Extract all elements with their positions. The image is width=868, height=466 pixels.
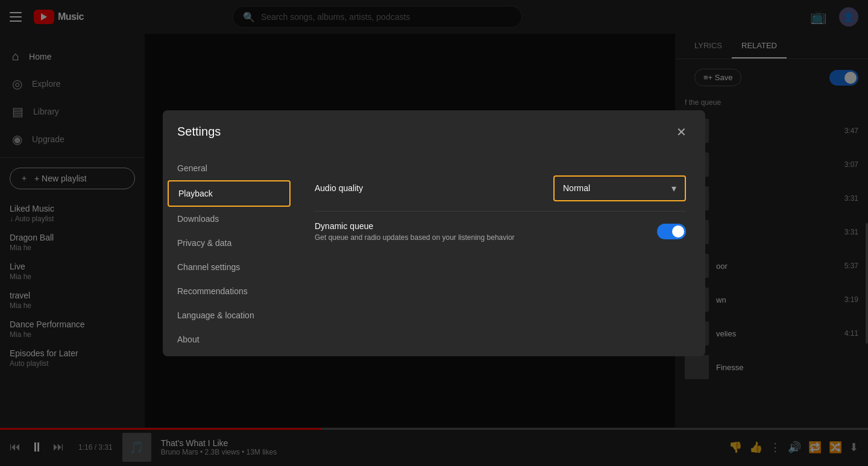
settings-content: Audio quality Normal ▾ Dynamic queue Get… (295, 151, 705, 356)
settings-nav-privacy[interactable]: Privacy & data (163, 231, 295, 255)
settings-nav-channel[interactable]: Channel settings (163, 255, 295, 279)
settings-nav-general[interactable]: General (163, 156, 295, 180)
chevron-down-icon: ▾ (671, 183, 676, 194)
dynamic-queue-label: Dynamic queue (315, 221, 515, 231)
dynamic-queue-row: Dynamic queue Get queue and radio update… (315, 212, 686, 251)
settings-nav-language[interactable]: Language & location (163, 303, 295, 327)
settings-header: Settings ✕ (163, 110, 705, 151)
audio-quality-value: Normal (563, 183, 590, 193)
audio-quality-row: Audio quality Normal ▾ (315, 166, 686, 212)
settings-modal: Settings ✕ General Playback Downloads Pr… (163, 110, 705, 356)
settings-title: Settings (177, 125, 221, 139)
settings-nav-recommendations[interactable]: Recommendations (163, 279, 295, 303)
settings-nav-about[interactable]: About (163, 327, 295, 351)
settings-body: General Playback Downloads Privacy & dat… (163, 151, 705, 356)
settings-sidebar: General Playback Downloads Privacy & dat… (163, 151, 295, 356)
settings-nav-playback[interactable]: Playback (168, 180, 291, 207)
dynamic-queue-toggle[interactable] (657, 224, 686, 239)
dynamic-queue-sub: Get queue and radio updates based on you… (315, 233, 515, 242)
settings-close-button[interactable]: ✕ (671, 122, 691, 142)
modal-overlay[interactable]: Settings ✕ General Playback Downloads Pr… (0, 0, 868, 466)
audio-quality-label: Audio quality (315, 183, 363, 193)
settings-nav-downloads[interactable]: Downloads (163, 207, 295, 231)
dynamic-queue-info: Dynamic queue Get queue and radio update… (315, 221, 515, 242)
audio-quality-select[interactable]: Normal ▾ (553, 175, 686, 201)
